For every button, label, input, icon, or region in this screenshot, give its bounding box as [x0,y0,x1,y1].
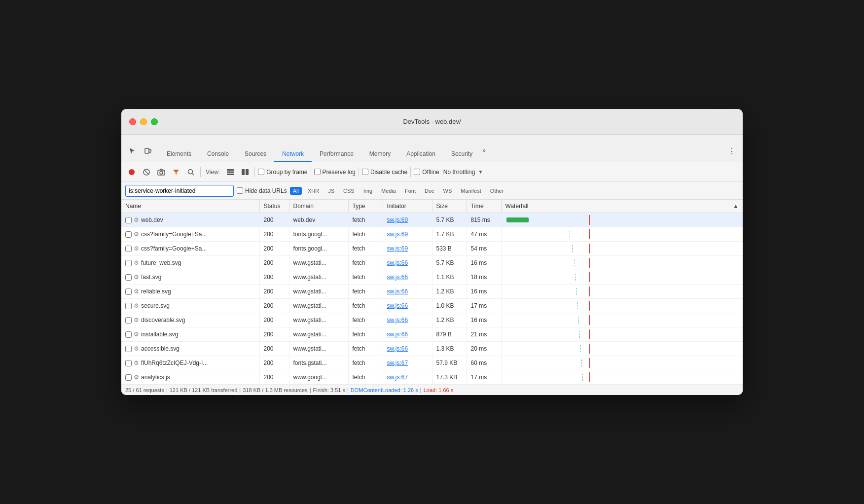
col-header-domain[interactable]: Domain [289,200,348,213]
table-row[interactable]: ⚙ installable.svg 200www.gstati...fetchs… [121,327,743,342]
table-row[interactable]: ⚙ fast.svg 200www.gstati...fetchsw.js:66… [121,270,743,285]
tab-more[interactable]: » [480,143,488,158]
col-header-waterfall[interactable]: Waterfall ▲ [501,200,743,213]
cell-initiator[interactable]: sw.js:69 [383,242,432,256]
cell-initiator[interactable]: sw.js:69 [383,227,432,242]
table-row[interactable]: ⚙ analytics.js 200www.googl...fetchsw.js… [121,370,743,385]
clear-button[interactable] [140,166,153,179]
initiator-link[interactable]: sw.js:66 [387,345,408,352]
filter-manifest-button[interactable]: Manifest [458,187,484,195]
throttle-dropdown-arrow[interactable]: ▼ [478,169,483,175]
col-header-status[interactable]: Status [259,200,289,213]
maximize-button[interactable] [151,118,158,125]
table-row[interactable]: ⚙ css?family=Google+Sa... 200fonts.googl… [121,227,743,242]
minimize-button[interactable] [140,118,147,125]
filter-all-button[interactable]: All [290,187,302,195]
cell-initiator[interactable]: sw.js:66 [383,270,432,285]
filter-font-button[interactable]: Font [402,187,419,195]
initiator-link[interactable]: sw.js:66 [387,302,408,309]
row-checkbox[interactable] [125,217,132,223]
cell-initiator[interactable]: sw.js:67 [383,370,432,385]
cell-initiator[interactable]: sw.js:66 [383,256,432,270]
table-row[interactable]: ⚙ web.dev 200web.devfetchsw.js:695.7 KB8… [121,213,743,227]
row-checkbox[interactable] [125,374,132,381]
col-header-time[interactable]: Time [467,200,501,213]
filter-ws-button[interactable]: WS [440,187,455,195]
row-checkbox[interactable] [125,331,132,338]
row-checkbox[interactable] [125,317,132,324]
tab-network[interactable]: Network [274,146,312,162]
filter-input[interactable] [125,185,234,197]
cell-initiator[interactable]: sw.js:66 [383,313,432,327]
table-row[interactable]: ⚙ accessible.svg 200www.gstati...fetchsw… [121,342,743,356]
initiator-link[interactable]: sw.js:69 [387,231,408,238]
row-checkbox[interactable] [125,288,132,295]
cell-status: 200 [259,299,289,313]
col-header-type[interactable]: Type [348,200,383,213]
cell-initiator[interactable]: sw.js:66 [383,342,432,356]
filter-doc-button[interactable]: Doc [422,187,437,195]
cell-initiator[interactable]: sw.js:69 [383,213,432,227]
search-button[interactable] [184,166,197,179]
initiator-link[interactable]: sw.js:66 [387,331,408,338]
initiator-link[interactable]: sw.js:69 [387,245,408,252]
row-checkbox[interactable] [125,274,132,281]
initiator-link[interactable]: sw.js:66 [387,288,408,295]
tab-elements[interactable]: Elements [159,146,199,162]
initiator-link[interactable]: sw.js:69 [387,216,408,223]
cell-initiator[interactable]: sw.js:66 [383,285,432,299]
tab-memory[interactable]: Memory [361,146,398,162]
tab-sources[interactable]: Sources [237,146,274,162]
tab-performance[interactable]: Performance [312,146,361,162]
filter-xhr-button[interactable]: XHR [305,187,322,195]
tab-security[interactable]: Security [443,146,480,162]
filter-media-button[interactable]: Media [378,187,399,195]
row-checkbox[interactable] [125,346,132,352]
table-row[interactable]: ⚙ reliable.svg 200www.gstati...fetchsw.j… [121,285,743,299]
preserve-log-checkbox[interactable] [314,169,321,175]
row-checkbox[interactable] [125,260,132,266]
cell-initiator[interactable]: sw.js:66 [383,327,432,342]
table-row[interactable]: ⚙ css?family=Google+Sa... 200fonts.googl… [121,242,743,256]
col-header-size[interactable]: Size [432,200,467,213]
cell-initiator[interactable]: sw.js:67 [383,356,432,370]
camera-button[interactable] [155,166,168,179]
device-icon[interactable] [141,144,155,158]
table-row[interactable]: ⚙ discoverable.svg 200www.gstati...fetch… [121,313,743,327]
cell-waterfall [501,242,743,256]
col-header-name[interactable]: Name [121,200,259,213]
initiator-link[interactable]: sw.js:66 [387,259,408,266]
filter-other-button[interactable]: Other [487,187,507,195]
initiator-link[interactable]: sw.js:67 [387,374,408,381]
hide-data-urls-checkbox[interactable] [237,187,243,194]
table-row[interactable]: ⚙ future_web.svg 200www.gstati...fetchsw… [121,256,743,270]
tab-console[interactable]: Console [199,146,237,162]
cursor-icon[interactable] [125,144,139,158]
cell-type: fetch [348,342,383,356]
offline-checkbox[interactable] [414,169,420,175]
initiator-link[interactable]: sw.js:66 [387,274,408,281]
filter-img-button[interactable]: Img [360,187,375,195]
close-button[interactable] [129,118,136,125]
filter-css-button[interactable]: CSS [340,187,358,195]
row-checkbox[interactable] [125,231,132,238]
cell-initiator[interactable]: sw.js:66 [383,299,432,313]
tab-application[interactable]: Application [398,146,443,162]
detail-view-button[interactable] [239,166,252,179]
record-button[interactable] [125,166,138,179]
filter-js-button[interactable]: JS [325,187,337,195]
filter-button[interactable] [170,166,182,179]
menu-button[interactable]: ⋮ [725,144,739,158]
table-row[interactable]: ⚙ secure.svg 200www.gstati...fetchsw.js:… [121,299,743,313]
disable-cache-checkbox[interactable] [362,169,368,175]
group-by-frame-checkbox[interactable] [258,169,264,175]
table-row[interactable]: ⚙ flUhRq6tzZcIQEJ-Vdg-I... 200fonts.gsta… [121,356,743,370]
col-header-initiator[interactable]: Initiator [383,200,432,213]
initiator-link[interactable]: sw.js:66 [387,317,408,324]
initiator-link[interactable]: sw.js:67 [387,360,408,366]
row-checkbox[interactable] [125,246,132,252]
waterfall-tick [582,374,583,381]
list-view-button[interactable] [224,166,237,179]
row-checkbox[interactable] [125,303,132,309]
row-checkbox[interactable] [125,360,132,366]
